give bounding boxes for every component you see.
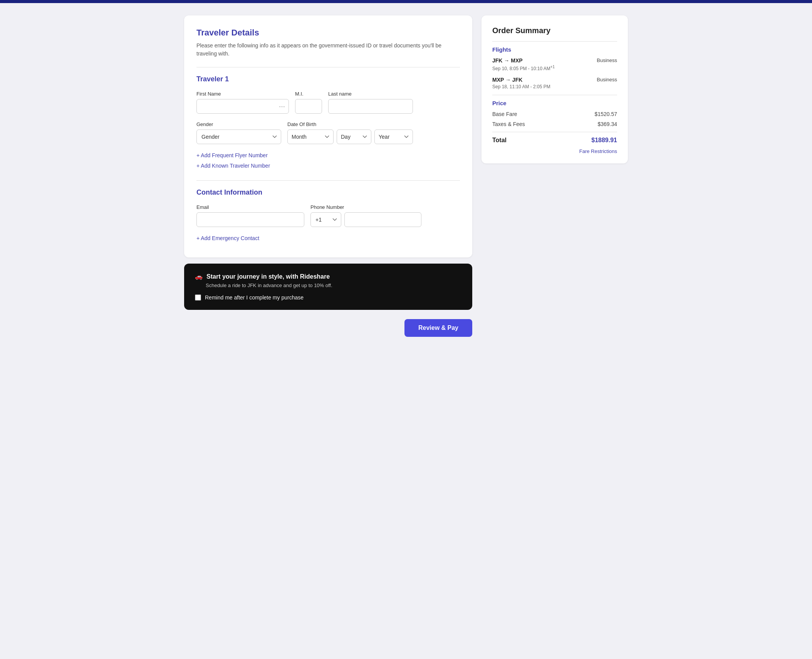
page-container: Traveler Details Please enter the follow… [175,3,637,349]
last-name-label: Last name [328,91,413,97]
right-panel: Order Summary Flights JFK → MXP Sep 10, … [481,15,628,163]
base-fare-row: Base Fare $1520.57 [492,111,617,117]
gender-dob-row: Gender Gender Male Female Non-binary Pre… [196,121,460,144]
rideshare-title: 🚗 Start your journey in style, with Ride… [195,273,461,280]
flight-info-2: MXP → JFK Sep 18, 11:10 AM - 2:05 PM [492,77,550,89]
taxes-row: Taxes & Fees $369.34 [492,121,617,127]
rideshare-checkbox-label[interactable]: Remind me after I complete my purchase [195,294,461,301]
order-divider3 [492,132,617,132]
contact-section: Contact Information Email Phone Number +… [196,188,460,245]
last-name-group: Last name [328,91,413,114]
traveler1-label: Traveler 1 [196,75,460,83]
flight-class-2: Business [597,77,617,82]
flights-label: Flights [492,46,617,53]
add-known-traveler-link[interactable]: + Add Known Traveler Number [196,163,270,169]
phone-code-group: +1 +44 +39 +33 [310,212,341,227]
page-title: Traveler Details [196,28,460,38]
base-fare-label: Base Fare [492,111,517,117]
dob-selects: Month JanFebMar AprMayJun JulAugSep OctN… [287,129,413,144]
last-name-input[interactable] [328,99,413,114]
flight-route-2: MXP → JFK [492,77,550,83]
rideshare-subtitle: Schedule a ride to JFK in advance and ge… [206,282,461,288]
divider [196,67,460,67]
gender-select[interactable]: Gender Male Female Non-binary Prefer not… [196,129,281,144]
add-emergency-contact-link[interactable]: + Add Emergency Contact [196,235,259,241]
top-bar [0,0,812,3]
day-select[interactable]: Day 1234 5678 9101112 13141516 17181920 … [337,129,371,144]
id-icon: ⋯ [279,103,285,110]
gender-label: Gender [196,121,281,127]
flight-row-2: MXP → JFK Sep 18, 11:10 AM - 2:05 PM Bus… [492,77,617,89]
flight-time-1: Sep 10, 8:05 PM - 10:10 AM+1 [492,65,555,71]
gender-group: Gender Gender Male Female Non-binary Pre… [196,121,281,144]
contact-row: Email Phone Number +1 +44 +39 +33 [196,204,460,227]
phone-code-select[interactable]: +1 +44 +39 +33 [310,212,341,227]
order-summary-card: Order Summary Flights JFK → MXP Sep 10, … [481,15,628,163]
first-name-input[interactable] [196,99,289,114]
total-row: Total $1889.91 [492,137,617,144]
mi-input[interactable] [295,99,322,114]
rideshare-checkbox[interactable] [195,294,201,301]
dob-label: Date Of Birth [287,121,413,127]
phone-row: +1 +44 +39 +33 [310,212,421,227]
phone-label: Phone Number [310,204,421,210]
email-label: Email [196,204,304,210]
flight-info-1: JFK → MXP Sep 10, 8:05 PM - 10:10 AM+1 [492,57,555,71]
flight-route-1: JFK → MXP [492,57,555,64]
name-row: First Name ⋯ M.I. Last name [196,91,460,114]
phone-number-group [344,212,421,227]
first-name-group: First Name ⋯ [196,91,289,114]
flight-time-2: Sep 18, 11:10 AM - 2:05 PM [492,84,550,89]
price-label: Price [492,100,617,106]
taxes-label: Taxes & Fees [492,121,525,127]
email-group: Email [196,204,304,227]
review-pay-button[interactable]: Review & Pay [404,319,472,337]
phone-number-input[interactable] [344,212,421,227]
traveler-details-card: Traveler Details Please enter the follow… [184,15,472,257]
flight-class-1: Business [597,57,617,63]
rideshare-card: 🚗 Start your journey in style, with Ride… [184,264,472,310]
order-summary-title: Order Summary [492,26,617,35]
rideshare-icon: 🚗 [195,273,203,280]
contact-title: Contact Information [196,188,460,197]
month-select[interactable]: Month JanFebMar AprMayJun JulAugSep OctN… [287,129,334,144]
email-input[interactable] [196,212,304,227]
flight-row-1: JFK → MXP Sep 10, 8:05 PM - 10:10 AM+1 B… [492,57,617,71]
taxes-value: $369.34 [597,121,617,127]
phone-group: Phone Number +1 +44 +39 +33 [310,204,421,227]
fare-restrictions-link[interactable]: Fare Restrictions [492,148,617,154]
divider2 [196,180,460,181]
left-panel: Traveler Details Please enter the follow… [184,15,472,337]
dob-group: Date Of Birth Month JanFebMar AprMayJun … [287,121,413,144]
base-fare-value: $1520.57 [595,111,617,117]
year-select[interactable]: Year [374,129,413,144]
page-subtitle: Please enter the following info as it ap… [196,42,460,58]
review-pay-row: Review & Pay [184,319,472,337]
mi-label: M.I. [295,91,322,97]
add-frequent-flyer-link[interactable]: + Add Frequent Flyer Number [196,152,268,158]
total-label: Total [492,137,507,144]
total-value: $1889.91 [591,137,617,144]
order-divider2 [492,95,617,95]
flight-superscript-1: +1 [550,65,555,69]
rideshare-checkbox-text: Remind me after I complete my purchase [205,294,304,301]
mi-group: M.I. [295,91,322,114]
first-name-label: First Name [196,91,289,97]
order-divider1 [492,41,617,42]
rideshare-title-text: Start your journey in style, with Ridesh… [206,273,330,280]
